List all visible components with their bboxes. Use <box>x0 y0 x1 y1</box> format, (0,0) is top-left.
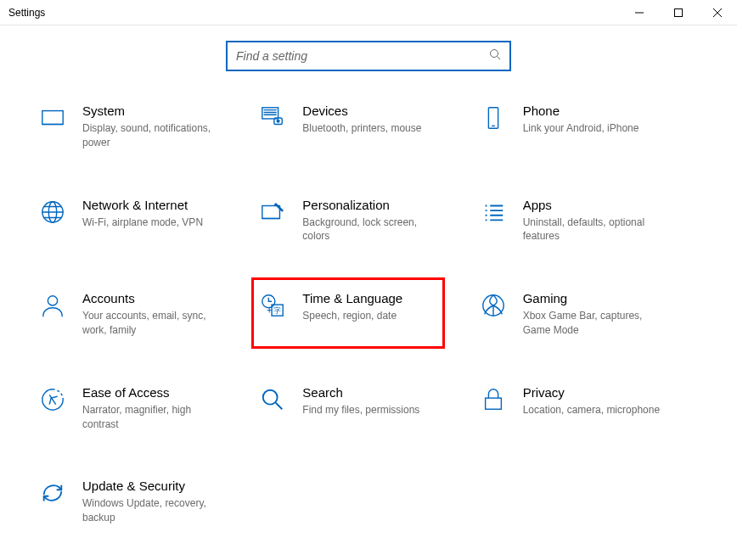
apps-icon <box>479 198 508 227</box>
tile-title: Phone <box>523 104 683 119</box>
devices-icon <box>258 104 287 132</box>
window-controls <box>620 0 737 25</box>
svg-rect-3 <box>262 108 278 119</box>
tile-subtitle: Xbox Game Bar, captures, Game Mode <box>523 309 667 338</box>
tile-title: Network & Internet <box>82 198 242 213</box>
phone-icon <box>479 104 508 132</box>
svg-point-5 <box>277 120 279 122</box>
svg-rect-9 <box>262 205 280 218</box>
svg-point-15 <box>263 390 278 405</box>
personalization-icon <box>258 198 287 227</box>
tile-subtitle: Bluetooth, printers, mouse <box>302 121 447 136</box>
tile-title: Time & Language <box>302 291 462 306</box>
tile-title: Personalization <box>302 198 462 213</box>
tile-title: Ease of Access <box>82 385 242 400</box>
search-icon <box>489 48 501 64</box>
svg-rect-0 <box>675 8 683 16</box>
tile-title: Update & Security <box>82 479 242 494</box>
globe-icon <box>38 198 67 227</box>
gaming-icon <box>479 291 508 320</box>
tile-title: Privacy <box>523 385 683 400</box>
search-input[interactable] <box>236 49 489 63</box>
accounts-icon <box>38 291 67 320</box>
svg-rect-16 <box>485 398 501 409</box>
window-title: Settings <box>8 7 45 19</box>
categories-grid: System Display, sound, notifications, po… <box>0 104 737 525</box>
tile-title: Gaming <box>523 291 683 306</box>
tile-apps[interactable]: Apps Uninstall, defaults, optional featu… <box>479 198 683 244</box>
tile-subtitle: Find my files, permissions <box>302 403 447 417</box>
tile-subtitle: Link your Android, iPhone <box>523 121 667 136</box>
tile-network[interactable]: Network & Internet Wi-Fi, airplane mode,… <box>38 198 242 244</box>
tile-title: Apps <box>523 198 683 213</box>
tile-subtitle: Location, camera, microphone <box>523 403 667 417</box>
search-box[interactable] <box>226 41 511 71</box>
system-icon <box>38 104 67 132</box>
tile-ease-of-access[interactable]: Ease of Access Narrator, magnifier, high… <box>38 385 242 432</box>
tile-title: Accounts <box>82 291 242 306</box>
svg-point-10 <box>48 296 57 305</box>
tile-subtitle: Display, sound, notifications, power <box>82 121 227 150</box>
close-icon <box>713 8 722 17</box>
tile-phone[interactable]: Phone Link your Android, iPhone <box>479 104 683 150</box>
tile-privacy[interactable]: Privacy Location, camera, microphone <box>479 385 683 432</box>
minimize-icon <box>635 8 644 17</box>
tile-subtitle: Your accounts, email, sync, work, family <box>82 309 227 338</box>
tile-personalization[interactable]: Personalization Background, lock screen,… <box>258 198 462 244</box>
tile-subtitle: Narrator, magnifier, high contrast <box>82 403 227 432</box>
tile-search[interactable]: Search Find my files, permissions <box>258 385 462 432</box>
tile-gaming[interactable]: Gaming Xbox Game Bar, captures, Game Mod… <box>479 291 683 338</box>
tile-subtitle: Speech, region, date <box>302 309 447 323</box>
minimize-button[interactable] <box>620 0 659 25</box>
update-icon <box>38 479 67 507</box>
svg-text:字: 字 <box>273 307 281 316</box>
svg-rect-6 <box>488 108 498 128</box>
close-button[interactable] <box>698 0 737 25</box>
maximize-button[interactable] <box>659 0 698 25</box>
titlebar: Settings <box>0 0 737 25</box>
maximize-icon <box>674 8 683 17</box>
tile-subtitle: Uninstall, defaults, optional features <box>523 216 667 244</box>
tile-subtitle: Background, lock screen, colors <box>302 216 447 244</box>
ease-of-access-icon <box>38 385 67 414</box>
tile-time-language[interactable]: 字 Time & Language Speech, region, date <box>258 291 462 338</box>
search-container <box>0 41 737 71</box>
tile-devices[interactable]: Devices Bluetooth, printers, mouse <box>258 104 462 150</box>
svg-rect-2 <box>42 111 63 125</box>
tile-title: Devices <box>302 104 462 119</box>
tile-subtitle: Windows Update, recovery, backup <box>82 496 227 525</box>
time-language-icon: 字 <box>258 291 287 320</box>
tile-title: Search <box>302 385 462 400</box>
svg-point-1 <box>491 50 498 58</box>
lock-icon <box>479 385 508 414</box>
tile-update-security[interactable]: Update & Security Windows Update, recove… <box>38 479 242 525</box>
tile-system[interactable]: System Display, sound, notifications, po… <box>38 104 242 150</box>
search-category-icon <box>258 385 287 414</box>
tile-accounts[interactable]: Accounts Your accounts, email, sync, wor… <box>38 291 242 338</box>
tile-subtitle: Wi-Fi, airplane mode, VPN <box>82 216 227 230</box>
tile-title: System <box>82 104 242 119</box>
